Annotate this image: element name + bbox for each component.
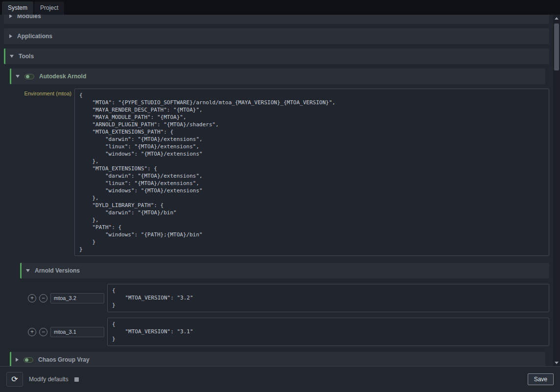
version-json-input[interactable]: { "MTOA_VERSION": "3.1" } xyxy=(107,318,549,346)
version-json-input[interactable]: { "MTOA_VERSION": "3.2" } xyxy=(107,284,549,312)
scrollbar-thumb[interactable] xyxy=(554,23,559,70)
environment-label: Environment (mtoa) xyxy=(12,89,71,96)
section-title-modules: Modules xyxy=(17,15,41,20)
add-version-button[interactable]: + xyxy=(28,294,36,302)
chevron-right-icon xyxy=(9,15,12,18)
tools-section-body: Autodesk Arnold Environment (mtoa) { "MT… xyxy=(10,69,549,366)
environment-row: Environment (mtoa) { "MTOA": "{PYPE_STUD… xyxy=(12,89,549,256)
vray-enabled-toggle[interactable] xyxy=(23,357,33,363)
section-title-arnold-versions: Arnold Versions xyxy=(35,267,80,274)
section-title-applications: Applications xyxy=(17,33,52,40)
chevron-down-icon xyxy=(26,269,30,272)
settings-window: System Project Modules Applications Tool… xyxy=(0,0,560,392)
version-key-input[interactable] xyxy=(50,293,104,303)
section-title-tools: Tools xyxy=(19,53,34,60)
arnold-versions-block: Arnold Versions + − { "MTOA_VERSION": "3… xyxy=(20,263,549,346)
refresh-button[interactable]: ⟳ xyxy=(6,372,23,387)
arrow-down-icon xyxy=(555,362,559,366)
modify-defaults-label: Modify defaults xyxy=(29,376,69,383)
chevron-down-icon xyxy=(16,75,20,78)
section-header-modules[interactable]: Modules xyxy=(4,15,549,24)
section-header-tools[interactable]: Tools xyxy=(4,48,549,64)
scroll-up-button[interactable] xyxy=(553,15,560,22)
arnold-enabled-toggle[interactable] xyxy=(24,74,34,79)
tab-bar: System Project xyxy=(0,0,560,15)
section-header-autodesk-arnold[interactable]: Autodesk Arnold xyxy=(10,69,545,84)
scrollbar xyxy=(553,15,560,366)
section-title-chaos-group-vray: Chaos Group Vray xyxy=(38,356,90,363)
arnold-section-body: Environment (mtoa) { "MTOA": "{PYPE_STUD… xyxy=(10,89,549,346)
chevron-right-icon xyxy=(9,34,12,38)
version-row: + − { "MTOA_VERSION": "3.1" } xyxy=(20,318,549,346)
section-header-arnold-versions[interactable]: Arnold Versions xyxy=(20,263,549,278)
section-header-chaos-group-vray[interactable]: Chaos Group Vray xyxy=(10,352,545,366)
remove-version-button[interactable]: − xyxy=(39,294,47,302)
main-area: Modules Applications Tools Autodesk Arno… xyxy=(0,15,560,366)
modify-defaults-checkbox[interactable] xyxy=(74,377,79,382)
scroll-down-button[interactable] xyxy=(553,359,560,366)
chevron-down-icon xyxy=(10,55,14,58)
footer-bar: ⟳ Modify defaults Save xyxy=(0,366,560,392)
settings-scroll-area: Modules Applications Tools Autodesk Arno… xyxy=(0,15,553,366)
add-version-button[interactable]: + xyxy=(28,328,36,336)
arrow-up-icon xyxy=(555,15,559,20)
version-key-input[interactable] xyxy=(50,327,104,337)
save-button[interactable]: Save xyxy=(528,373,554,385)
environment-json-input[interactable]: { "MTOA": "{PYPE_STUDIO_SOFTWARE}/arnold… xyxy=(74,89,549,256)
chevron-right-icon xyxy=(16,358,19,362)
remove-version-button[interactable]: − xyxy=(39,328,47,336)
tab-project[interactable]: Project xyxy=(34,1,64,15)
tab-system[interactable]: System xyxy=(2,1,33,15)
section-title-autodesk-arnold: Autodesk Arnold xyxy=(39,73,86,80)
section-header-applications[interactable]: Applications xyxy=(4,28,549,44)
version-row: + − { "MTOA_VERSION": "3.2" } xyxy=(20,284,549,312)
